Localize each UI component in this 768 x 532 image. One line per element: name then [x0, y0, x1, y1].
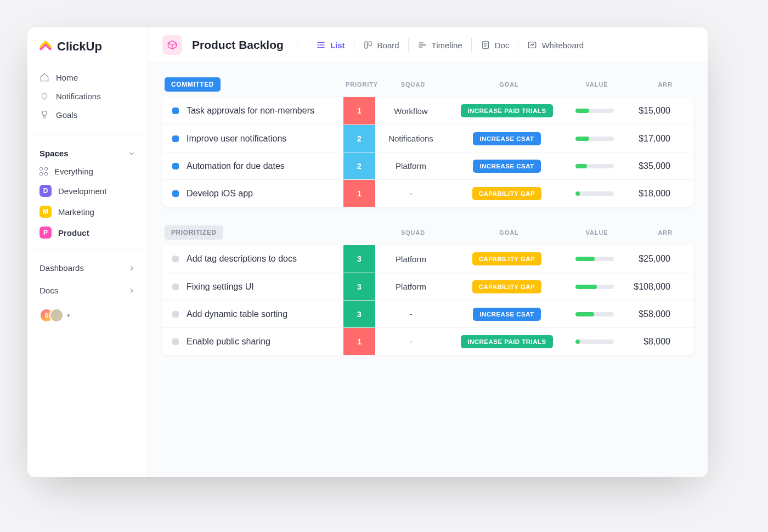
goal-tag[interactable]: CAPABILITY GAP	[472, 252, 542, 265]
nav-home[interactable]: Home	[33, 68, 142, 87]
task-row[interactable]: Add dynamic table sorting 3 - INCREASE C…	[162, 300, 693, 327]
task-title: Improve user notifications	[187, 134, 286, 144]
nav-label: Goals	[56, 110, 77, 120]
group-pill[interactable]: PRIORITIZED	[165, 225, 223, 240]
task-title-cell: Add tag descriptions to docs	[162, 245, 343, 273]
divider	[471, 38, 472, 52]
nav-notifications[interactable]: Notifications	[33, 87, 142, 105]
task-table: Add tag descriptions to docs 3 Platform …	[162, 245, 693, 355]
group-pill[interactable]: COMMITTED	[165, 77, 221, 92]
task-title: Automation for due dates	[187, 161, 285, 171]
priority-badge[interactable]: 1	[343, 97, 375, 124]
value-cell	[567, 245, 622, 273]
avatar	[49, 308, 64, 322]
divider	[27, 250, 148, 250]
status-dot[interactable]	[172, 107, 179, 114]
goal-tag[interactable]: CAPABILITY GAP	[472, 187, 542, 200]
view-label: Whiteboard	[541, 41, 584, 50]
task-row[interactable]: Task approvals for non-members 1 Workflo…	[162, 97, 693, 124]
goal-tag[interactable]: INCREASE PAID TRIALS	[461, 335, 552, 348]
value-cell	[567, 152, 622, 179]
squad-cell: -	[375, 301, 447, 327]
task-row[interactable]: Develop iOS app 1 - CAPABILITY GAP $18,0…	[162, 179, 693, 207]
priority-badge[interactable]: 3	[343, 245, 375, 273]
task-table: Task approvals for non-members 1 Workflo…	[162, 97, 693, 207]
goal-cell: INCREASE CSAT	[447, 301, 567, 327]
priority-badge[interactable]: 3	[343, 301, 375, 327]
svg-rect-1	[369, 42, 371, 46]
group-header: COMMITTED PRIORITY SQUAD GOAL VALUE ARR	[162, 77, 693, 97]
squad-cell: -	[375, 180, 447, 207]
col-arr: ARR	[624, 81, 679, 88]
value-cell	[567, 301, 622, 327]
goal-tag[interactable]: CAPABILITY GAP	[472, 280, 542, 293]
priority-badge[interactable]: 1	[343, 180, 375, 207]
task-title: Enable public sharing	[187, 337, 270, 347]
space-label: Everything	[54, 167, 93, 176]
status-dot[interactable]	[172, 163, 179, 169]
member-avatars[interactable]: S ▾	[27, 302, 148, 329]
status-dot[interactable]	[172, 338, 179, 345]
goal-tag[interactable]: INCREASE CSAT	[473, 160, 540, 173]
value-cell	[567, 97, 622, 124]
brand-name: ClickUp	[57, 39, 102, 54]
sidebar-link-docs[interactable]: Docs	[27, 279, 148, 302]
priority-badge[interactable]: 3	[343, 273, 375, 300]
task-title-cell: Task approvals for non-members	[162, 97, 343, 124]
task-row[interactable]: Enable public sharing 1 - INCREASE PAID …	[162, 327, 693, 355]
list-icon	[316, 40, 326, 50]
content: COMMITTED PRIORITY SQUAD GOAL VALUE ARR …	[148, 63, 708, 388]
col-squad: SQUAD	[377, 229, 449, 236]
squad-cell: Workflow	[375, 97, 447, 124]
task-row[interactable]: Improve user notifications 2 Notificatio…	[162, 124, 693, 152]
goal-tag[interactable]: INCREASE PAID TRIALS	[461, 104, 552, 117]
status-dot[interactable]	[172, 284, 179, 290]
group-committed: COMMITTED PRIORITY SQUAD GOAL VALUE ARR …	[162, 77, 693, 207]
task-title-cell: Develop iOS app	[162, 180, 343, 207]
sidebar-link-dashboards[interactable]: Dashboards	[27, 257, 148, 279]
status-dot[interactable]	[172, 256, 179, 262]
view-board[interactable]: Board	[358, 37, 405, 53]
col-squad: SQUAD	[377, 81, 449, 88]
svg-rect-0	[365, 42, 368, 48]
priority-badge[interactable]: 1	[343, 328, 375, 355]
page-title: Product Backlog	[192, 38, 284, 52]
space-product[interactable]: P Product	[27, 222, 148, 243]
task-row[interactable]: Automation for due dates 2 Platform INCR…	[162, 152, 693, 179]
task-row[interactable]: Add tag descriptions to docs 3 Platform …	[162, 245, 693, 273]
arr-cell: $15,000	[622, 97, 677, 124]
value-bar	[575, 285, 614, 289]
nav-goals[interactable]: Goals	[33, 105, 142, 124]
view-timeline[interactable]: Timeline	[412, 37, 468, 53]
status-dot[interactable]	[172, 311, 179, 318]
bell-icon	[39, 91, 49, 101]
priority-badge[interactable]: 2	[343, 125, 375, 152]
arr-cell: $18,000	[622, 180, 677, 207]
priority-badge[interactable]: 2	[343, 152, 375, 179]
group-header: PRIORITIZED SQUAD GOAL VALUE ARR	[162, 225, 693, 245]
brand-logo[interactable]: ClickUp	[27, 39, 148, 65]
nav-label: Notifications	[56, 92, 101, 101]
task-title: Add dynamic table sorting	[187, 309, 287, 319]
arr-cell: $108,000	[622, 273, 677, 300]
task-title: Add tag descriptions to docs	[187, 254, 297, 264]
value-cell	[567, 328, 622, 355]
squad-cell: -	[375, 328, 447, 355]
cube-icon	[167, 39, 178, 50]
space-marketing[interactable]: M Marketing	[27, 201, 148, 222]
space-everything[interactable]: Everything	[27, 162, 148, 180]
timeline-icon	[417, 40, 427, 50]
space-development[interactable]: D Development	[27, 180, 148, 201]
page-icon	[162, 35, 182, 55]
link-label: Dashboards	[39, 263, 84, 273]
task-row[interactable]: Fixing settings UI 3 Platform CAPABILITY…	[162, 273, 693, 300]
status-dot[interactable]	[172, 190, 179, 197]
goal-tag[interactable]: INCREASE CSAT	[473, 132, 540, 145]
view-doc[interactable]: Doc	[475, 37, 515, 53]
goal-tag[interactable]: INCREASE CSAT	[473, 308, 540, 321]
status-dot[interactable]	[172, 135, 179, 142]
space-label: Product	[58, 228, 89, 237]
view-whiteboard[interactable]: Whiteboard	[522, 37, 589, 53]
spaces-header[interactable]: Spaces	[27, 141, 148, 162]
view-list[interactable]: List	[310, 37, 351, 53]
